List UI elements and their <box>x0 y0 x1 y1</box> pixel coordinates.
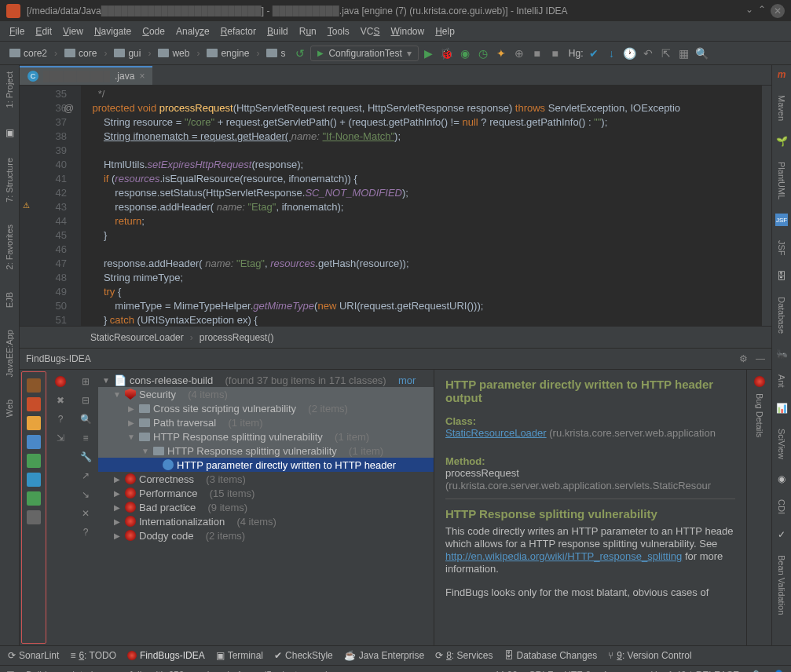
tree-http-split-2[interactable]: ▼HTTP Response splitting vulnerability (… <box>98 444 434 458</box>
menu-window[interactable]: Window <box>386 24 429 38</box>
sidebar-plantuml[interactable]: PlantUML <box>777 159 786 203</box>
bottab-dbchanges[interactable]: 🗄Database Changes <box>504 650 598 661</box>
tree-root[interactable]: ▼📄cons-release-build (found 37 bug items… <box>98 373 434 387</box>
run-configuration[interactable]: ▶ConfigurationTest▾ <box>310 46 418 61</box>
sidebar-ejb[interactable]: EJB <box>5 289 14 311</box>
sidebar-jee[interactable]: JavaEE:App <box>5 327 14 381</box>
breadcrumb-gui[interactable]: gui <box>109 46 145 60</box>
maximize-icon[interactable]: ⌃ <box>758 4 766 18</box>
fb-help-icon[interactable]: ? <box>58 414 64 425</box>
tree-http-split[interactable]: ▼HTTP Response splitting vulnerability (… <box>98 429 434 444</box>
minimize-icon[interactable]: ⌄ <box>745 4 753 18</box>
bean-icon[interactable]: ✓ <box>775 528 788 541</box>
sidebar-web[interactable]: Web <box>5 396 14 420</box>
fb-collapse-icon[interactable]: ⊟ <box>82 395 90 406</box>
structure-icon[interactable]: ▦ <box>676 46 692 61</box>
stop-icon[interactable]: ■ <box>529 46 545 61</box>
breadcrumb-engine[interactable]: engine <box>202 46 254 60</box>
bottab-checkstyle[interactable]: ✔CheckStyle <box>274 650 333 661</box>
sciview-icon[interactable]: 📊 <box>775 402 788 415</box>
bug-red-icon[interactable] <box>754 376 765 387</box>
sidebar-database[interactable]: Database <box>777 294 786 337</box>
tree-xss[interactable]: ▶Cross site scripting vulnerability (2 i… <box>98 401 434 415</box>
breadcrumb-web[interactable]: web <box>153 46 194 60</box>
fb-expand-icon[interactable]: ⊞ <box>82 376 90 387</box>
fb-btn-3[interactable] <box>27 416 41 430</box>
update-icon[interactable]: ↓ <box>604 46 620 61</box>
status-indent[interactable]: 4 spaces <box>602 670 639 673</box>
menu-analyze[interactable]: Analyze <box>171 24 214 38</box>
code-editor[interactable]: 3536 @373839404142⚠434445464748495051 */… <box>20 86 771 326</box>
search-icon[interactable]: 🔍 <box>694 46 710 61</box>
bottab-todo[interactable]: ≡6: TODO <box>70 650 116 661</box>
attach-icon[interactable]: ⊕ <box>511 46 527 61</box>
menu-refactor[interactable]: Refactor <box>216 24 261 38</box>
tree-security[interactable]: ▼Security (4 items) <box>98 387 434 401</box>
status-man-icon[interactable]: 👤 <box>773 670 785 673</box>
fb-wrench-icon[interactable]: 🔧 <box>80 451 92 462</box>
menu-edit[interactable]: Edit <box>31 24 57 38</box>
fb-find-icon[interactable]: 🔍 <box>80 414 92 425</box>
sidebar-structure[interactable]: 7: Structure <box>5 155 14 206</box>
fb-btn-4[interactable] <box>27 435 41 449</box>
menu-run[interactable]: Run <box>295 24 321 38</box>
status-eol[interactable]: CRLF <box>529 670 553 673</box>
details-class-link[interactable]: StaticResourceLoader <box>445 427 547 439</box>
sidebar-jsf[interactable]: JSF <box>777 237 786 259</box>
bug-tree[interactable]: ▼📄cons-release-build (found 37 bug items… <box>98 370 434 645</box>
sidebar-icon-1[interactable]: ▣ <box>3 126 16 139</box>
breadcrumb-s[interactable]: s <box>262 46 290 60</box>
status-lock-icon[interactable]: 🔒 <box>750 670 762 673</box>
sidebar-sciview[interactable]: SciView <box>777 425 786 462</box>
tree-selected-bug[interactable]: HTTP parameter directly written to HTTP … <box>98 458 434 472</box>
menu-navigate[interactable]: Navigate <box>90 24 136 38</box>
revert-icon[interactable]: ↶ <box>640 46 656 61</box>
menu-view[interactable]: View <box>58 24 88 38</box>
sidebar-cdi[interactable]: CDI <box>777 496 786 517</box>
fb-btn-2[interactable] <box>27 397 41 411</box>
breadcrumb-core2[interactable]: core2 <box>5 46 52 60</box>
fb-btn-1[interactable] <box>27 378 41 393</box>
gear-icon[interactable]: ⚙ <box>739 353 748 364</box>
database-icon[interactable]: 🗄 <box>775 270 788 283</box>
menu-code[interactable]: Code <box>137 24 170 38</box>
editor-scrollbar[interactable] <box>762 86 771 326</box>
sidebar-maven[interactable]: Maven <box>777 92 786 124</box>
fb-filter-icon[interactable]: ≡ <box>82 433 88 444</box>
menu-tools[interactable]: Tools <box>323 24 354 38</box>
sidebar-project[interactable]: 1: Project <box>5 68 14 111</box>
bug-details-tab[interactable]: Bug Details <box>755 390 764 440</box>
fb-btn-8[interactable] <box>27 510 41 524</box>
bc-class[interactable]: StaticResourceLoader <box>90 332 184 343</box>
maven-icon[interactable]: m <box>775 68 788 81</box>
fb-close2-icon[interactable]: ✕ <box>82 508 90 519</box>
tree-dodgy[interactable]: ▶Dodgy code (2 items) <box>98 528 434 542</box>
editor-tab-active[interactable]: C ██████████.java × <box>20 66 152 85</box>
tree-correctness[interactable]: ▶Correctness (3 items) <box>98 472 434 486</box>
bottab-jee[interactable]: ☕Java Enterprise <box>344 650 424 661</box>
coverage-icon[interactable]: ◉ <box>457 46 473 61</box>
status-cursor[interactable]: 44:20 <box>494 670 518 673</box>
fb-import-icon[interactable]: ↘ <box>82 489 90 500</box>
bottab-services[interactable]: ⟳8: Services <box>435 650 493 661</box>
status-icon[interactable]: ☐ <box>6 670 15 673</box>
status-hg[interactable]: Hg: 1.40.*-RELEASE <box>650 670 739 673</box>
debug-icon[interactable]: 🐞 <box>439 46 455 61</box>
commit-icon[interactable]: ✔ <box>586 46 602 61</box>
tree-performance[interactable]: ▶Performance (15 items) <box>98 486 434 500</box>
cdi-icon[interactable]: ◉ <box>775 473 788 485</box>
close-icon[interactable]: ✕ <box>771 4 785 18</box>
run-icon[interactable]: ▶ <box>421 46 437 61</box>
sidebar-ant[interactable]: Ant <box>777 371 786 391</box>
plantuml-icon[interactable]: 🌱 <box>775 135 788 148</box>
build-icon[interactable]: ✦ <box>493 46 509 61</box>
tree-bad-practice[interactable]: ▶Bad practice (9 items) <box>98 500 434 514</box>
breadcrumb-core[interactable]: core <box>60 46 101 60</box>
tab-close-icon[interactable]: × <box>139 71 145 82</box>
tree-path[interactable]: ▶Path traversal (1 item) <box>98 415 434 429</box>
tree-i18n[interactable]: ▶Internationalization (4 items) <box>98 514 434 528</box>
fb-btn-7[interactable] <box>27 491 41 506</box>
menu-file[interactable]: File <box>5 24 29 38</box>
bottab-sonarlint[interactable]: ⟳SonarLint <box>8 650 59 661</box>
fb-stop-icon[interactable]: ✖ <box>57 395 64 406</box>
